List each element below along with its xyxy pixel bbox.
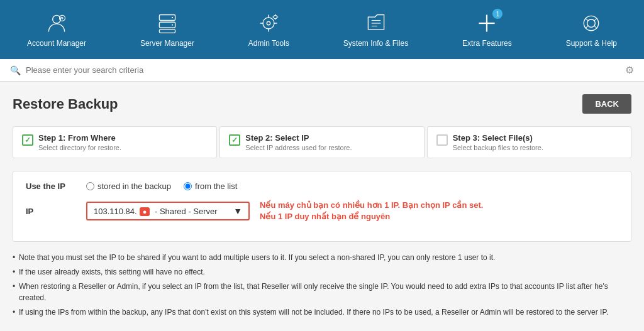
- steps-row: Step 1: From Where Select directory for …: [13, 126, 631, 158]
- ip-select-wrap[interactable]: 103.110.84.● - Shared - Server ▼: [86, 202, 250, 220]
- radio-from-list-option[interactable]: from the list: [184, 182, 237, 191]
- admin-tools-icon: [255, 11, 282, 35]
- step-2-info: Step 2: Select IP Select IP address used…: [245, 133, 352, 151]
- svg-line-27: [586, 18, 588, 21]
- radio-stored-option[interactable]: stored in the backup: [86, 182, 171, 191]
- nav-admin-tools[interactable]: Admin Tools: [236, 6, 302, 53]
- main-content: Restore Backup BACK Step 1: From Where S…: [0, 82, 644, 331]
- server-manager-icon: [154, 11, 180, 35]
- bottom-bar: PREVIOUS STEP ↓ NEXT STEP: [13, 328, 631, 331]
- ip-dropdown-arrow[interactable]: ▼: [233, 206, 242, 216]
- ip-badge: ●: [140, 207, 150, 216]
- support-help-label: Support & Help: [566, 39, 617, 48]
- step-2-box: Step 2: Select IP Select IP address used…: [219, 126, 424, 158]
- svg-line-30: [586, 26, 588, 28]
- step-1-check: [22, 134, 33, 146]
- step-2-desc: Select IP address used for restore.: [245, 144, 352, 151]
- use-ip-label: Use the IP: [26, 182, 76, 191]
- ip-label: IP: [26, 207, 76, 216]
- nav-system-info[interactable]: System Info & Files: [331, 6, 421, 53]
- next-btn-wrap: ↓ NEXT STEP: [556, 328, 631, 331]
- extra-features-label: Extra Features: [462, 39, 512, 48]
- svg-point-10: [267, 21, 270, 24]
- page-title: Restore Backup: [13, 96, 118, 112]
- account-manager-icon: [43, 11, 70, 35]
- admin-tools-label: Admin Tools: [248, 39, 289, 48]
- ip-hint-line2: Nếu 1 IP duy nhất bạn để nguyên: [260, 211, 483, 222]
- use-ip-row: Use the IP stored in the backup from the…: [26, 182, 618, 191]
- ip-hint-line1: Nếu máy chủ bạn có nhiều hơn 1 IP. Bạn c…: [260, 200, 483, 211]
- settings-icon[interactable]: ⚙: [625, 64, 634, 76]
- ip-row: IP 103.110.84.● - Shared - Server ▼ Nếu …: [26, 200, 618, 222]
- support-help-icon: [578, 11, 604, 35]
- account-manager-label: Account Manager: [27, 39, 86, 48]
- svg-rect-8: [159, 30, 175, 33]
- top-navigation: Account Manager Server Manager: [0, 0, 644, 59]
- nav-account-manager[interactable]: Account Manager: [14, 6, 99, 53]
- nav-extra-features[interactable]: 1 Extra Features: [450, 6, 525, 53]
- search-bar: 🔍 ⚙: [0, 59, 644, 82]
- step-3-desc: Select backup files to restore.: [453, 144, 543, 151]
- svg-point-25: [584, 16, 599, 30]
- nav-server-manager[interactable]: Server Manager: [128, 6, 207, 53]
- next-arrow-icon: ↓: [589, 328, 598, 331]
- extra-features-icon: 1: [474, 11, 500, 35]
- server-manager-label: Server Manager: [140, 39, 194, 48]
- step-1-info: Step 1: From Where Select directory for …: [38, 133, 121, 151]
- radio-stored-input[interactable]: [86, 182, 94, 190]
- svg-line-29: [594, 18, 597, 21]
- step-3-title: Step 3: Select File(s): [453, 133, 543, 143]
- note-item-2: If the user already exists, this setting…: [13, 266, 631, 278]
- ip-radio-group: stored in the backup from the list: [86, 182, 237, 191]
- back-button[interactable]: BACK: [582, 94, 631, 114]
- radio-from-list-input[interactable]: [184, 182, 192, 190]
- step-3-check: [436, 134, 448, 146]
- svg-point-15: [274, 15, 277, 18]
- step-3-info: Step 3: Select File(s) Select backup fil…: [453, 133, 543, 151]
- nav-support-help[interactable]: Support & Help: [553, 6, 630, 53]
- system-info-icon: [363, 11, 389, 35]
- step-1-box: Step 1: From Where Select directory for …: [13, 126, 217, 158]
- step-3-box: Step 3: Select File(s) Select backup fil…: [427, 126, 631, 158]
- ip-hint: Nếu máy chủ bạn có nhiều hơn 1 IP. Bạn c…: [260, 200, 483, 222]
- note-item-1: Note that you must set the IP to be shar…: [13, 252, 631, 263]
- svg-point-9: [263, 18, 274, 29]
- step-2-title: Step 2: Select IP: [245, 133, 352, 143]
- search-input[interactable]: [26, 65, 620, 75]
- radio-from-list-label: from the list: [195, 182, 237, 191]
- note-item-3: When restoring a Reseller or Admin, if y…: [13, 281, 631, 303]
- ip-value: 103.110.84.● - Shared - Server: [94, 207, 218, 216]
- step-2-check: [229, 134, 240, 146]
- step-1-title: Step 1: From Where: [38, 133, 121, 143]
- svg-point-26: [587, 19, 596, 28]
- page-header: Restore Backup BACK: [13, 94, 631, 114]
- radio-stored-label: stored in the backup: [97, 182, 171, 191]
- form-section: Use the IP stored in the backup from the…: [13, 171, 631, 242]
- extra-features-badge: 1: [492, 9, 502, 19]
- step-1-desc: Select directory for restore.: [38, 144, 121, 151]
- note-item-4: If using the IPs from within the backup,…: [13, 307, 631, 318]
- system-info-label: System Info & Files: [343, 39, 408, 48]
- search-icon: 🔍: [10, 65, 21, 75]
- notes-section: Note that you must set the IP to be shar…: [13, 252, 631, 318]
- svg-line-28: [594, 26, 597, 28]
